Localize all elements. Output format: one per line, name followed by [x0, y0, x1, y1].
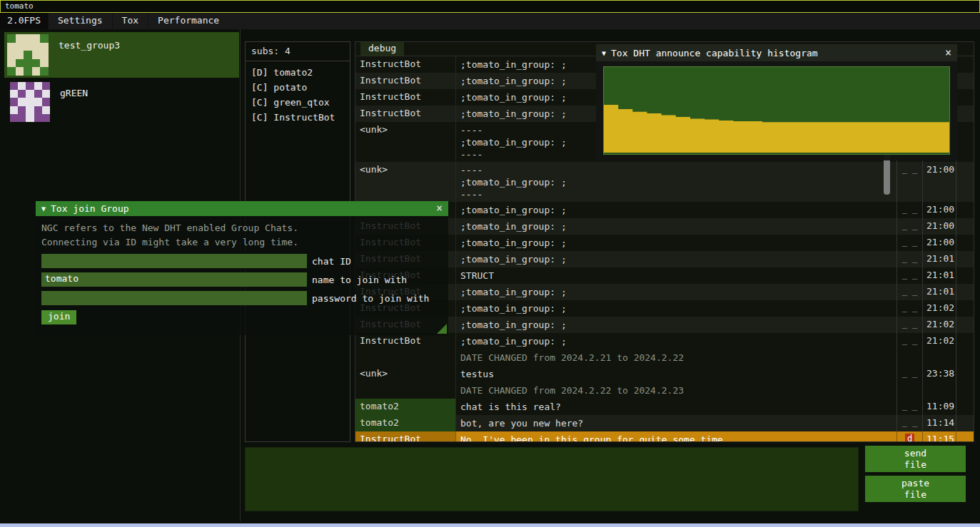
- message-input[interactable]: [245, 447, 859, 511]
- group-avatar: [7, 34, 49, 76]
- menu-items: SettingsToxPerformance: [48, 13, 228, 29]
- join-fields: chat IDtomatoname to join withpassword t…: [41, 254, 443, 305]
- delivery-flags: [896, 349, 922, 366]
- message-text: STRUCT: [455, 267, 896, 284]
- dht-histogram-titlebar[interactable]: ▼ Tox DHT announce capability histogram …: [596, 44, 957, 61]
- member-item[interactable]: [C] potato: [246, 80, 350, 95]
- send-file-button[interactable]: send file: [865, 446, 966, 472]
- join-group-window: ▼ Tox join Group × NGC refers to the New…: [36, 201, 448, 335]
- join-field-row: tomatoname to join with: [41, 272, 443, 287]
- collapse-arrow-icon[interactable]: ▼: [602, 49, 606, 57]
- histogram-chart: [604, 67, 949, 154]
- app-window: tomato 2.0FPS SettingsToxPerformance tes…: [0, 0, 980, 527]
- member-item[interactable]: [C] green_qtox: [246, 95, 350, 110]
- window-bottom-border: [0, 523, 980, 527]
- chat-message-row[interactable]: tomato2chat is this real?_ _11:09: [355, 399, 974, 415]
- delivery-flags: _ _: [896, 300, 922, 317]
- group-avatar: [10, 82, 50, 122]
- collapse-arrow-icon[interactable]: ▼: [41, 205, 46, 213]
- help-line: NGC refers to the New DHT enabled Group …: [41, 221, 443, 235]
- sender-name: <unk>: [355, 162, 455, 202]
- sender-name: InstructBot: [355, 106, 455, 122]
- sender-name: tomato2: [355, 415, 455, 431]
- dht-histogram-window: ▼ Tox DHT announce capability histogram …: [596, 44, 957, 160]
- delivery-flags: _ _: [896, 235, 922, 251]
- timestamp: 21:02: [922, 333, 956, 349]
- timestamp: [922, 382, 956, 399]
- delivery-flags: _ _: [896, 162, 922, 202]
- message-text: ;tomato_in_group: ;: [455, 300, 896, 317]
- timestamp: 11:09: [922, 399, 956, 415]
- message-text: DATE CHANGED from 2024.2.21 to 2024.2.22: [455, 349, 896, 366]
- sender-name: InstructBot: [355, 89, 455, 106]
- menu-item-settings[interactable]: Settings: [48, 13, 112, 29]
- join-group-body: NGC refers to the New DHT enabled Group …: [36, 216, 448, 335]
- delivered-flag: d: [905, 434, 914, 442]
- message-text: No, I've been in this group for quite so…: [455, 431, 896, 442]
- sender-name: <unk>: [355, 366, 455, 382]
- chat-message-row[interactable]: <unk>testus_ _23:38: [355, 366, 974, 382]
- group-label: test_group3: [59, 34, 120, 51]
- paste-file-button[interactable]: paste file: [865, 476, 966, 502]
- message-text: chat is this real?: [455, 399, 896, 415]
- field-label: password to join with: [312, 293, 429, 304]
- name-to-join-with-input[interactable]: tomato: [41, 272, 307, 287]
- chat-message-row[interactable]: InstructBot;tomato_in_group: ;_ _21:02: [355, 333, 974, 349]
- join-group-title: Tox join Group: [51, 203, 129, 214]
- os-titlebar[interactable]: tomato: [0, 0, 980, 13]
- join-group-titlebar[interactable]: ▼ Tox join Group ×: [36, 201, 448, 216]
- date-separator-row[interactable]: DATE CHANGED from 2024.2.21 to 2024.2.22: [355, 349, 974, 366]
- timestamp: 11:14: [922, 415, 956, 431]
- delivery-flags: _ _: [896, 399, 922, 415]
- date-separator-row[interactable]: DATE CHANGED from 2024.2.22 to 2024.2.23: [355, 382, 974, 399]
- message-text: ;tomato_in_group: ;: [455, 251, 896, 267]
- timestamp: 21:02: [922, 300, 956, 317]
- timestamp: 23:38: [922, 366, 956, 382]
- dht-histogram-plot: [603, 66, 950, 155]
- sender-name: InstructBot: [355, 56, 455, 73]
- delivery-flags: _ _: [896, 284, 922, 300]
- chat-message-row[interactable]: InstructBotNo, I've been in this group f…: [355, 431, 974, 442]
- delivery-flags: _ _: [896, 317, 922, 333]
- close-icon[interactable]: ×: [945, 44, 951, 61]
- dht-histogram-title: Tox DHT announce capability histogram: [611, 48, 818, 58]
- delivery-flags: _ _: [896, 366, 922, 382]
- chat-ID-input[interactable]: [41, 254, 307, 268]
- field-label: name to join with: [312, 275, 407, 285]
- timestamp: 21:01: [922, 267, 956, 284]
- chat-message-row[interactable]: tomato2bot, are you new here?_ _11:14: [355, 415, 974, 431]
- timestamp: 21:00: [922, 235, 956, 251]
- menu-item-tox[interactable]: Tox: [112, 13, 148, 29]
- group-label: gREEN: [60, 82, 88, 98]
- message-text: DATE CHANGED from 2024.2.22 to 2024.2.23: [455, 382, 896, 399]
- resize-grip[interactable]: [437, 324, 447, 334]
- dht-histogram-body: [596, 61, 957, 160]
- message-text: ----;tomato_in_group: ;----: [455, 162, 896, 202]
- member-list: [D] tomato2[C] potato[C] green_qtox[C] I…: [246, 61, 350, 125]
- delivery-flags: _ _: [896, 333, 922, 349]
- timestamp: [922, 349, 956, 366]
- message-text: ;tomato_in_group: ;: [455, 218, 896, 235]
- group-item-green[interactable]: gREEN: [4, 80, 239, 126]
- close-icon[interactable]: ×: [436, 201, 443, 216]
- timestamp: 21:01: [922, 251, 956, 267]
- member-item[interactable]: [D] tomato2: [246, 65, 350, 80]
- sender-name: [355, 382, 455, 399]
- password-to-join-with-input[interactable]: [41, 291, 307, 305]
- menu-item-performance[interactable]: Performance: [148, 13, 228, 29]
- chat-message-row[interactable]: <unk>----;tomato_in_group: ;----_ _21:00: [355, 162, 974, 202]
- join-field-row: chat ID: [41, 254, 443, 268]
- message-text: ;tomato_in_group: ;: [455, 235, 896, 251]
- member-item[interactable]: [C] InstructBot: [246, 110, 350, 125]
- delivery-flags: d: [896, 431, 922, 442]
- join-button[interactable]: join: [41, 310, 76, 324]
- message-text: ;tomato_in_group: ;: [455, 284, 896, 300]
- delivery-flags: _ _: [896, 267, 922, 284]
- group-item-test_group3[interactable]: test_group3: [4, 32, 239, 78]
- delivery-flags: _ _: [896, 218, 922, 235]
- sender-name: tomato2: [355, 399, 455, 415]
- tab-debug[interactable]: debug: [360, 42, 404, 56]
- join-help-text: NGC refers to the New DHT enabled Group …: [41, 221, 443, 250]
- sender-name: <unk>: [355, 122, 455, 162]
- message-text: ;tomato_in_group: ;: [455, 202, 896, 218]
